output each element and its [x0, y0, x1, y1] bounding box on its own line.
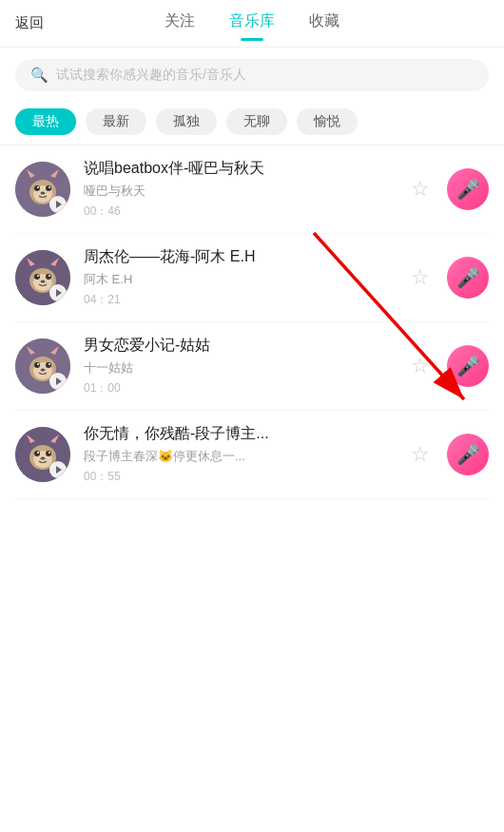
song-item: 说唱beatbox伴-哑巴与秋天 哑巴与秋天 00：46 ☆ 🎤	[15, 145, 489, 234]
play-triangle-icon	[56, 377, 62, 385]
svg-point-10	[48, 186, 50, 188]
mic-icon: 🎤	[456, 355, 480, 377]
song-title: 周杰伦——花海-阿木 E.H	[84, 247, 394, 267]
song-title: 你无情，你残酷-段子博主...	[84, 424, 394, 444]
svg-point-20	[46, 274, 51, 280]
play-button[interactable]	[49, 196, 67, 213]
svg-point-44	[46, 451, 51, 456]
play-button[interactable]	[49, 373, 67, 390]
svg-point-33	[37, 363, 39, 365]
top-navigation: 返回 关注 音乐库 收藏	[0, 0, 504, 48]
play-triangle-icon	[56, 466, 62, 474]
song-item: 男女恋爱小记-姑姑 十一姑姑 01：00 ☆ 🎤	[15, 322, 489, 411]
svg-point-32	[46, 362, 51, 368]
svg-point-34	[48, 363, 50, 365]
svg-point-11	[41, 192, 46, 195]
svg-point-43	[34, 451, 40, 456]
mic-icon: 🎤	[456, 178, 480, 201]
song-duration: 00：46	[84, 203, 394, 220]
back-button[interactable]: 返回	[15, 14, 61, 32]
svg-point-22	[48, 275, 50, 277]
svg-point-46	[48, 452, 50, 454]
mic-icon: 🎤	[456, 443, 480, 466]
song-avatar[interactable]	[15, 427, 70, 482]
svg-point-7	[34, 185, 40, 191]
song-avatar[interactable]	[15, 339, 70, 394]
tab-music-library[interactable]: 音乐库	[229, 11, 275, 35]
svg-point-31	[34, 362, 40, 368]
svg-point-19	[34, 274, 40, 280]
svg-point-8	[46, 185, 51, 191]
mic-icon: 🎤	[456, 266, 480, 289]
star-icon: ☆	[411, 354, 430, 378]
play-button[interactable]	[49, 461, 67, 478]
mic-button[interactable]: 🎤	[447, 257, 489, 299]
song-list: 说唱beatbox伴-哑巴与秋天 哑巴与秋天 00：46 ☆ 🎤	[0, 145, 504, 499]
search-icon: 🔍	[30, 67, 48, 84]
favorite-button[interactable]: ☆	[407, 264, 434, 291]
svg-point-47	[41, 457, 46, 460]
play-triangle-icon	[56, 201, 62, 208]
song-duration: 01：00	[84, 380, 394, 397]
song-duration: 04：21	[84, 292, 394, 308]
song-artist: 十一姑姑	[84, 359, 394, 377]
mic-button[interactable]: 🎤	[447, 434, 489, 475]
song-artist: 阿木 E.H	[84, 271, 394, 288]
song-avatar[interactable]	[15, 250, 70, 305]
svg-point-45	[37, 452, 39, 454]
svg-point-23	[41, 281, 46, 283]
svg-point-21	[37, 275, 39, 277]
nav-tabs: 关注 音乐库 收藏	[61, 11, 443, 35]
song-duration: 00：55	[84, 469, 394, 485]
song-artist: 哑巴与秋天	[84, 183, 394, 200]
star-icon: ☆	[411, 265, 430, 290]
search-placeholder-text: 试试搜索你感兴趣的音乐/音乐人	[56, 67, 246, 84]
song-title: 男女恋爱小记-姑姑	[84, 336, 394, 356]
filter-tag-boring[interactable]: 无聊	[226, 108, 287, 135]
mic-button[interactable]: 🎤	[447, 345, 489, 387]
favorite-button[interactable]: ☆	[407, 441, 434, 468]
filter-tag-lonely[interactable]: 孤独	[156, 108, 217, 135]
filter-tag-hot[interactable]: 最热	[15, 108, 76, 135]
play-triangle-icon	[56, 289, 62, 297]
search-bar[interactable]: 🔍 试试搜索你感兴趣的音乐/音乐人	[15, 59, 489, 91]
song-title: 说唱beatbox伴-哑巴与秋天	[84, 159, 394, 179]
mic-button[interactable]: 🎤	[447, 168, 489, 210]
svg-point-35	[41, 369, 46, 372]
filter-tag-new[interactable]: 最新	[86, 108, 146, 135]
song-avatar[interactable]	[15, 162, 70, 217]
song-info: 周杰伦——花海-阿木 E.H 阿木 E.H 04：21	[84, 247, 394, 308]
tab-favorites[interactable]: 收藏	[309, 11, 339, 35]
song-item: 周杰伦——花海-阿木 E.H 阿木 E.H 04：21 ☆ 🎤	[15, 234, 489, 322]
song-info: 男女恋爱小记-姑姑 十一姑姑 01：00	[84, 336, 394, 397]
song-info: 你无情，你残酷-段子博主... 段子博主春深🐱停更休息一... 00：55	[84, 424, 394, 485]
play-button[interactable]	[49, 284, 67, 301]
favorite-button[interactable]: ☆	[407, 353, 434, 379]
song-item: 你无情，你残酷-段子博主... 段子博主春深🐱停更休息一... 00：55 ☆ …	[15, 411, 489, 499]
favorite-button[interactable]: ☆	[407, 176, 434, 203]
star-icon: ☆	[411, 177, 430, 202]
song-info: 说唱beatbox伴-哑巴与秋天 哑巴与秋天 00：46	[84, 159, 394, 220]
svg-point-9	[37, 186, 39, 188]
star-icon: ☆	[411, 442, 430, 467]
tab-follow[interactable]: 关注	[165, 11, 195, 35]
filter-tags-container: 最热 最新 孤独 无聊 愉悦	[0, 103, 504, 145]
filter-tag-happy[interactable]: 愉悦	[297, 108, 358, 135]
song-artist: 段子博主春深🐱停更休息一...	[84, 448, 394, 465]
